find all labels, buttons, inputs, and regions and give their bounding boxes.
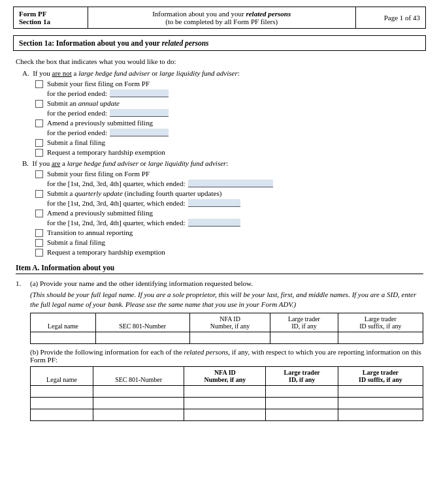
table-b-r2c5[interactable] bbox=[338, 397, 423, 409]
table-b-col5: Large traderID suffix, if any bbox=[338, 366, 423, 385]
table-b-col1: Legal name bbox=[31, 366, 93, 385]
checkbox-b2[interactable] bbox=[35, 190, 43, 198]
table-b-r3c3[interactable] bbox=[184, 409, 266, 420]
item-a-header: Item A. Information about you bbox=[16, 262, 423, 274]
checkbox-a1[interactable] bbox=[35, 80, 43, 88]
option-a2-sub: for the period ended: bbox=[47, 109, 423, 117]
checkbox-a2[interactable] bbox=[35, 100, 43, 108]
header-title-italic: related persons bbox=[246, 10, 291, 18]
table-b-col3: NFA IDNumber, if any bbox=[184, 366, 266, 385]
table-b-r3c2[interactable] bbox=[93, 409, 184, 420]
section-a-options: Submit your first filing on Form PF for … bbox=[35, 80, 423, 157]
table-a: Legal name SEC 801-Number NFA IDNumber, … bbox=[30, 313, 423, 344]
table-a-row1[interactable] bbox=[31, 332, 423, 343]
table-b-col2: SEC 801-Number bbox=[93, 366, 184, 385]
page-number: Page 1 of 43 bbox=[355, 7, 425, 29]
table-b-r1c2[interactable] bbox=[93, 385, 184, 397]
header-title-text1: Information about you and your bbox=[152, 10, 244, 18]
check-intro-text: Check the box that indicates what you wo… bbox=[16, 57, 176, 65]
option-a1-sub-text: for the period ended: bbox=[47, 89, 107, 97]
form-pf-label: Form PF Section 1a bbox=[14, 7, 88, 29]
section-b-options: Submit your first filing on Form PF for … bbox=[35, 170, 423, 257]
table-b-r2c1[interactable] bbox=[31, 397, 93, 409]
check-intro: Check the box that indicates what you wo… bbox=[16, 57, 423, 65]
option-b1-input[interactable] bbox=[188, 180, 273, 187]
option-a5-text: Request a temporary hardship exemption bbox=[47, 148, 423, 156]
checkbox-a3[interactable] bbox=[35, 119, 43, 127]
table-b-row3[interactable] bbox=[31, 409, 423, 420]
table-b-r3c4[interactable] bbox=[266, 409, 338, 420]
option-b2-input[interactable] bbox=[188, 199, 240, 207]
option-b1-sub: for the [1st, 2nd, 3rd, 4th] quarter, wh… bbox=[47, 180, 423, 187]
option-b5: Submit a final filing bbox=[35, 238, 423, 247]
checkbox-a5[interactable] bbox=[35, 149, 43, 157]
table-b-r3c1[interactable] bbox=[31, 409, 93, 420]
option-a1: Submit your first filing on Form PF bbox=[35, 80, 423, 88]
item-1a-label: (a) Provide your name and the other iden… bbox=[30, 279, 423, 287]
checkbox-b5[interactable] bbox=[35, 239, 43, 247]
option-b2: Submit a quarterly update (including fou… bbox=[35, 189, 423, 198]
table-b-r1c1[interactable] bbox=[31, 385, 93, 397]
checkbox-b6[interactable] bbox=[35, 249, 43, 257]
option-b2-sub: for the [1st, 2nd, 3rd, 4th] quarter, wh… bbox=[47, 199, 423, 207]
option-a1-sub: for the period ended: bbox=[47, 89, 423, 97]
table-b-r2c3[interactable] bbox=[184, 397, 266, 409]
table-b-r3c5[interactable] bbox=[338, 409, 423, 420]
option-b4-text: Transition to annual reporting bbox=[47, 228, 423, 236]
checkbox-b4[interactable] bbox=[35, 229, 43, 237]
option-b5-text: Submit a final filing bbox=[47, 238, 423, 246]
table-b-r2c4[interactable] bbox=[266, 397, 338, 409]
section-1a-header: Section 1a: Information about you and yo… bbox=[13, 35, 426, 51]
item-a-header-text: Item A. Information about you bbox=[16, 264, 114, 272]
header-table: Form PF Section 1a Information about you… bbox=[13, 7, 426, 29]
header-subtitle: (to be completed by all Form PF filers) bbox=[165, 18, 278, 25]
section-b-label: B. If you are a large hedge fund adviser… bbox=[22, 159, 423, 167]
table-b-row2[interactable] bbox=[31, 397, 423, 409]
option-b4: Transition to annual reporting bbox=[35, 228, 423, 237]
header-title: Information about you and your related p… bbox=[88, 7, 355, 29]
option-a3-text: Amend a previously submitted filing bbox=[47, 119, 423, 127]
option-b3-sub: for the [1st, 2nd, 3rd, 4th] quarter, wh… bbox=[47, 219, 423, 227]
table-b-r2c2[interactable] bbox=[93, 397, 184, 409]
table-a-r1c5[interactable] bbox=[338, 332, 423, 343]
option-a2-sub-text: for the period ended: bbox=[47, 109, 107, 117]
checkbox-b3[interactable] bbox=[35, 210, 43, 217]
table-a-col5: Large traderID suffix, if any bbox=[338, 313, 423, 332]
checkbox-a4[interactable] bbox=[35, 139, 43, 147]
item-1-content: (a) Provide your name and the other iden… bbox=[30, 279, 423, 425]
option-a1-text: Submit your first filing on Form PF bbox=[47, 80, 423, 87]
table-a-r1c4[interactable] bbox=[270, 332, 338, 343]
table-a-col2: SEC 801-Number bbox=[95, 313, 189, 332]
option-a5: Request a temporary hardship exemption bbox=[35, 148, 423, 157]
table-b-col4: Large traderID, if any bbox=[266, 366, 338, 385]
table-a-col3: NFA IDNumber, if any bbox=[189, 313, 270, 332]
option-b3-input[interactable] bbox=[188, 219, 240, 227]
option-a3: Amend a previously submitted filing bbox=[35, 119, 423, 127]
section-header-text: Section 1a: Information about you and yo… bbox=[19, 39, 209, 47]
table-a-r1c1[interactable] bbox=[31, 332, 96, 343]
table-b: Legal name SEC 801-Number NFA IDNumber, … bbox=[30, 366, 423, 421]
option-a2-text: Submit an annual update bbox=[47, 99, 423, 107]
option-a3-input[interactable] bbox=[110, 129, 169, 136]
table-b-r1c3[interactable] bbox=[184, 385, 266, 397]
page: Form PF Section 1a Information about you… bbox=[0, 0, 439, 435]
item-1b-label: (b) Provide the following information fo… bbox=[30, 348, 423, 364]
option-b3-sub-text: for the [1st, 2nd, 3rd, 4th] quarter, wh… bbox=[47, 219, 186, 227]
table-b-r1c5[interactable] bbox=[338, 385, 423, 397]
table-b-row1[interactable] bbox=[31, 385, 423, 397]
section-a-label: A. If you are not a large hedge fund adv… bbox=[22, 69, 423, 77]
form-label: Form PF bbox=[19, 10, 46, 18]
option-b6-text: Request a temporary hardship exemption bbox=[47, 248, 423, 256]
table-a-r1c2[interactable] bbox=[95, 332, 189, 343]
checkbox-b1[interactable] bbox=[35, 170, 43, 178]
option-b3: Amend a previously submitted filing bbox=[35, 209, 423, 217]
table-a-r1c3[interactable] bbox=[189, 332, 270, 343]
option-b3-text: Amend a previously submitted filing bbox=[47, 209, 423, 217]
option-b1: Submit your first filing on Form PF bbox=[35, 170, 423, 178]
option-a1-input[interactable] bbox=[110, 89, 169, 97]
table-b-r1c4[interactable] bbox=[266, 385, 338, 397]
option-a2-input[interactable] bbox=[110, 109, 169, 117]
item-1a-note: (This should be your full legal name. If… bbox=[30, 290, 423, 310]
option-b1-sub-text: for the [1st, 2nd, 3rd, 4th] quarter, wh… bbox=[47, 180, 186, 187]
option-b2-sub-text: for the [1st, 2nd, 3rd, 4th] quarter, wh… bbox=[47, 199, 186, 207]
